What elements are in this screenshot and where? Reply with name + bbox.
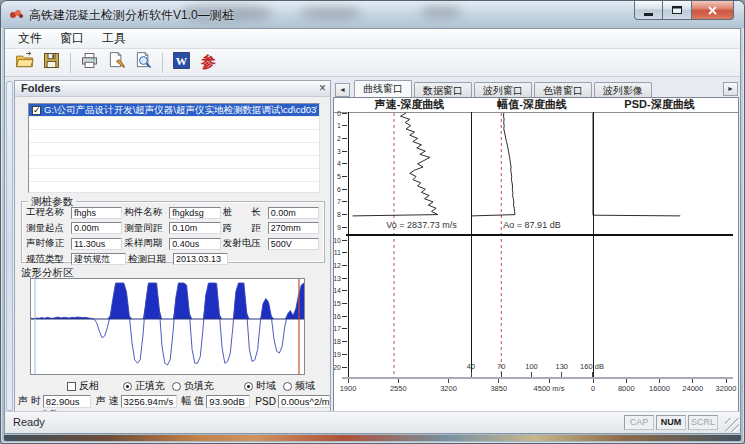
svg-text:Vo = 2837.73 m/s: Vo = 2837.73 m/s <box>386 220 457 230</box>
fill-option-1[interactable]: 负填充 <box>172 379 214 393</box>
print-preview-button[interactable] <box>130 51 157 75</box>
folder-list-item[interactable]: ✓G:\公司产品设计开发\超声仪器\超声仪实地检测数据调试\cd\cd03\cd… <box>29 104 319 117</box>
radio-icon <box>283 382 292 391</box>
radio-icon <box>244 382 253 391</box>
checkbox-checked-icon[interactable]: ✓ <box>32 106 41 115</box>
tab-曲线窗口[interactable]: 曲线窗口 <box>354 80 412 97</box>
window-bottom-frame <box>4 435 741 441</box>
folder-list[interactable]: ✓G:\公司产品设计开发\超声仪器\超声仪实地检测数据调试\cd\cd03\cd… <box>28 103 320 193</box>
waveform-box[interactable] <box>30 278 305 375</box>
param-value-field[interactable]: 建筑规范 <box>71 253 126 265</box>
param-value-field[interactable]: 0.00m <box>268 207 319 219</box>
curve-panel: ◄ 曲线窗口数据窗口波列窗口色谱窗口波列影像 ► 声速-深度曲线19002550… <box>333 79 739 411</box>
folders-panel-close-icon[interactable]: × <box>319 81 326 95</box>
maximize-button[interactable] <box>663 1 691 20</box>
minimize-icon <box>644 13 653 16</box>
param-label: 桩 长 <box>223 206 268 219</box>
domain-option-1[interactable]: 频域 <box>283 379 315 393</box>
print-button[interactable] <box>76 51 103 75</box>
app-window: 高铁建混凝土检测分析软件V1.0—测桩 文件窗口工具 W参 Folders × <box>0 0 745 444</box>
param-label: 声时修正 <box>26 237 71 250</box>
svg-text:2550: 2550 <box>390 384 407 393</box>
dock-gripper[interactable] <box>6 81 13 411</box>
param-value-field[interactable]: 11.30us <box>71 238 122 250</box>
menu-item-2[interactable]: 工具 <box>93 28 135 49</box>
toolbar-separator <box>162 53 163 73</box>
param-value-field[interactable]: 0.10m <box>169 222 220 234</box>
param-value-field[interactable]: fhgkdsg <box>169 207 220 219</box>
menu-item-0[interactable]: 文件 <box>9 28 51 49</box>
open-file-button[interactable] <box>11 51 38 75</box>
menu-item-1[interactable]: 窗口 <box>51 28 93 49</box>
close-button[interactable] <box>691 1 734 20</box>
param-value-field[interactable]: 0.00m <box>71 222 122 234</box>
menu-bar: 文件窗口工具 <box>5 29 740 49</box>
fill-option-label: 正填充 <box>135 379 165 393</box>
pile-params-grid: 工程名称fhghs构件名称fhgkdsg桩 长0.00m测量起点0.00m测量间… <box>26 206 321 260</box>
param-value-field[interactable]: 500V <box>268 238 319 250</box>
svg-text:3850: 3850 <box>490 384 507 393</box>
svg-text:3: 3 <box>337 148 341 155</box>
resize-grip[interactable] <box>725 418 739 432</box>
param-value-field[interactable]: 270mm <box>268 222 319 234</box>
tab-色谱窗口[interactable]: 色谱窗口 <box>534 82 592 97</box>
svg-text:声速-深度曲线: 声速-深度曲线 <box>374 98 445 110</box>
svg-text:12: 12 <box>334 262 341 269</box>
svg-text:3200: 3200 <box>440 384 457 393</box>
svg-text:1900: 1900 <box>340 384 357 393</box>
tab-bar: ◄ 曲线窗口数据窗口波列窗口色谱窗口波列影像 ► <box>333 79 739 97</box>
tab-波列窗口[interactable]: 波列窗口 <box>474 82 532 97</box>
svg-text:参: 参 <box>200 53 216 70</box>
minimize-button[interactable] <box>634 1 663 20</box>
keyboard-indicators: CAPNUMSCRL <box>622 415 718 430</box>
domain-option-0[interactable]: 时域 <box>244 379 276 393</box>
parameters-button[interactable]: 参 <box>195 51 222 75</box>
page-magnifier-icon <box>133 50 154 75</box>
folders-panel-header[interactable]: Folders × <box>15 81 330 97</box>
param-value-field[interactable]: 2013.03.13 <box>173 253 228 265</box>
invert-checkbox[interactable]: 反相 <box>67 379 99 393</box>
wave-display-options: 反相正填充负填充时域频域 <box>15 379 331 393</box>
client-area: Folders × ✓G:\公司产品设计开发\超声仪器\超声仪实地检测数据调试\… <box>5 77 740 411</box>
tab-数据窗口[interactable]: 数据窗口 <box>414 82 472 97</box>
svg-text:160 dB: 160 dB <box>580 362 604 371</box>
param-label: 构件名称 <box>124 206 169 219</box>
page-edit-icon <box>106 50 127 75</box>
window-controls <box>634 1 734 20</box>
svg-text:11: 11 <box>334 249 341 256</box>
param-row: 工程名称fhghs构件名称fhgkdsg桩 长0.00m <box>26 206 321 219</box>
chart-area[interactable]: 声速-深度曲线19002550320038504500 m/sVo = 2837… <box>333 97 739 411</box>
tab-scroll-left-button[interactable]: ◄ <box>335 83 350 97</box>
fill-option-0[interactable]: 正填充 <box>123 379 165 393</box>
param-value-field[interactable]: 0.40us <box>169 238 220 250</box>
word-report-button[interactable]: W <box>168 51 195 75</box>
readout-value-field[interactable]: 0.00us^2/m <box>278 395 330 408</box>
folders-panel: Folders × ✓G:\公司产品设计开发\超声仪器\超声仪实地检测数据调试\… <box>14 80 331 411</box>
param-value-field[interactable]: fhghs <box>71 207 122 219</box>
svg-text:9: 9 <box>337 224 341 231</box>
wave-readout-fields: 声 时82.90us声 速3256.94m/s幅 值93.90dBPSD0.00… <box>18 394 331 408</box>
domain-option-label: 时域 <box>256 379 276 393</box>
titlebar[interactable]: 高铁建混凝土检测分析软件V1.0—测桩 <box>1 1 744 28</box>
svg-text:40: 40 <box>467 362 475 371</box>
save-button[interactable] <box>38 51 65 75</box>
folder-list-empty-row <box>29 117 319 130</box>
svg-text:130: 130 <box>555 362 568 371</box>
readout-value-field[interactable]: 3256.94m/s <box>121 395 177 408</box>
readout-value-field[interactable]: 93.90dB <box>206 395 250 408</box>
svg-text:14: 14 <box>334 287 341 294</box>
domain-option-label: 频域 <box>295 379 315 393</box>
readout-label: 声 速 <box>96 394 119 408</box>
svg-text:8000: 8000 <box>618 384 635 393</box>
svg-text:Ao = 87.91 dB: Ao = 87.91 dB <box>503 220 560 230</box>
svg-text:19: 19 <box>334 351 341 358</box>
app-icon <box>9 7 24 22</box>
svg-text:70: 70 <box>497 362 505 371</box>
svg-text:17: 17 <box>334 325 341 332</box>
tab-scroll-right-button[interactable]: ► <box>723 82 738 96</box>
param-row: 规范类型建筑规范检测日期2013.03.13 <box>26 253 321 266</box>
tab-波列影像[interactable]: 波列影像 <box>594 82 652 97</box>
export-report-button[interactable] <box>103 51 130 75</box>
readout-value-field[interactable]: 82.90us <box>43 395 91 408</box>
svg-text:W: W <box>176 55 188 67</box>
